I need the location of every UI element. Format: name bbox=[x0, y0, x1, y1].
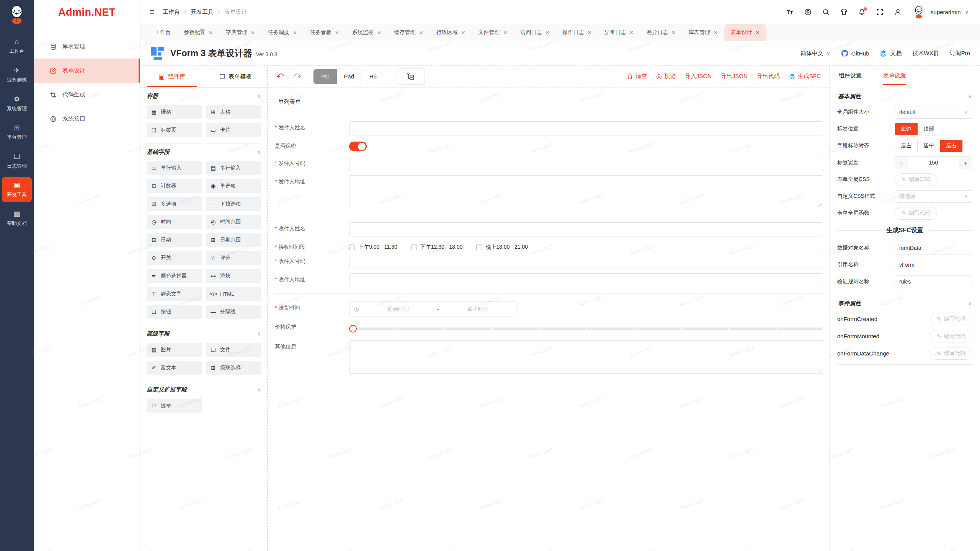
rail-item-帮助文档[interactable]: ▥ 帮助文档 bbox=[2, 206, 32, 231]
sidebar-item-form-design[interactable]: 表单设计 bbox=[34, 59, 140, 83]
close-icon[interactable]: ✕ bbox=[377, 30, 381, 36]
widget-多行输入[interactable]: ▤ 多行输入 bbox=[206, 161, 261, 175]
field-sender-phone[interactable]: 发件人号码 bbox=[275, 157, 823, 171]
checkbox-afternoon[interactable]: 下午12:30 - 18:00 bbox=[411, 244, 463, 251]
ref-name-input[interactable] bbox=[895, 259, 972, 271]
tab-component-library[interactable]: ▣ 组件库 bbox=[140, 66, 204, 87]
delivery-time-range-picker[interactable]: ◷ 起始时间 - 截止时间 bbox=[349, 302, 518, 316]
page-tab-任务调度[interactable]: 任务调度 ✕ bbox=[261, 24, 304, 41]
close-icon[interactable]: ✕ bbox=[419, 30, 423, 36]
search-icon[interactable] bbox=[822, 8, 830, 16]
widget-日期[interactable]: ⊟ 日期 bbox=[147, 233, 202, 247]
recv-name-input[interactable] bbox=[349, 222, 823, 236]
checkbox-evening[interactable]: 晚上18:00 - 21:00 bbox=[476, 244, 528, 251]
secret-switch[interactable] bbox=[349, 142, 367, 151]
subscribe-pro-link[interactable]: 订阅Pro bbox=[950, 50, 970, 57]
recv-phone-input[interactable] bbox=[349, 255, 823, 269]
widget-按钮[interactable]: ☐ 按钮 bbox=[147, 305, 202, 319]
field-recv-address[interactable]: 收件人地址 bbox=[275, 273, 823, 287]
widget-时间[interactable]: ◷ 时间 bbox=[147, 215, 202, 229]
page-tab-字典管理[interactable]: 字典管理 ✕ bbox=[219, 24, 261, 41]
page-tab-操作日志[interactable]: 操作日志 ✕ bbox=[556, 24, 598, 41]
user-icon[interactable] bbox=[894, 8, 902, 16]
widget-计数器[interactable]: ⊡ 计数器 bbox=[147, 179, 202, 193]
tab-form-settings[interactable]: 表单设置 bbox=[883, 66, 906, 85]
widget-标签页[interactable]: ❏ 标签页 bbox=[147, 123, 202, 137]
label-pos-top[interactable]: 顶部 bbox=[918, 123, 940, 135]
device-H5[interactable]: H5 bbox=[361, 69, 385, 84]
page-tab-缓存管理[interactable]: 缓存管理 ✕ bbox=[388, 24, 430, 41]
widget-时间范围[interactable]: ◴ 时间范围 bbox=[206, 215, 261, 229]
other-info-textarea[interactable] bbox=[349, 340, 823, 374]
event-props-section[interactable]: 事件属性 ∨ bbox=[838, 300, 972, 307]
undo-icon[interactable]: ↶ bbox=[276, 71, 284, 82]
field-recv-phone[interactable]: 收件人号码 bbox=[275, 255, 823, 269]
align-left[interactable]: 居左 bbox=[895, 140, 918, 152]
widget-单行输入[interactable]: ▭ 单行输入 bbox=[147, 161, 202, 175]
breadcrumb-item[interactable]: 工作台 bbox=[163, 8, 180, 16]
widget-颜色选择器[interactable]: ✒ 颜色选择器 bbox=[147, 269, 202, 283]
close-icon[interactable]: ✕ bbox=[293, 30, 297, 36]
write-code-button[interactable]: ✎编写代码 bbox=[930, 347, 972, 360]
widget-单选项[interactable]: ◉ 单选项 bbox=[206, 179, 261, 193]
custom-css-select[interactable]: 请选择 ∨ bbox=[895, 190, 972, 203]
export-json-button[interactable]: 导出JSON bbox=[721, 73, 748, 80]
widget-HTML[interactable]: </> HTML bbox=[206, 287, 261, 301]
tab-component-settings[interactable]: 组件设置 bbox=[839, 66, 862, 85]
widget-静态文字[interactable]: T 静态文字 bbox=[147, 287, 202, 301]
close-icon[interactable]: ✕ bbox=[714, 30, 718, 36]
avatar[interactable] bbox=[912, 5, 926, 19]
page-tab-工作台[interactable]: 工作台 bbox=[148, 24, 177, 41]
global-size-select[interactable]: default ∨ bbox=[895, 106, 972, 119]
write-css-button[interactable]: ✎ 编写CSS bbox=[895, 173, 938, 186]
widget-卡片[interactable]: ▭ 卡片 bbox=[206, 123, 261, 137]
github-link[interactable]: GitHub bbox=[841, 50, 869, 57]
field-sender-address[interactable]: 发件人地址 bbox=[275, 175, 823, 208]
rail-item-开发工具[interactable]: ▣ 开发工具 bbox=[2, 177, 32, 202]
field-delivery-time[interactable]: 送货时间 ◷ 起始时间 - 截止时间 bbox=[275, 302, 823, 316]
rail-item-工作台[interactable]: ⌂ 工作台 bbox=[2, 34, 32, 59]
notification-bell-icon[interactable] bbox=[858, 8, 866, 16]
widget-图片[interactable]: ▧ 图片 bbox=[147, 343, 202, 357]
font-size-icon[interactable]: Tт bbox=[786, 8, 794, 16]
widget-下拉选项[interactable]: ≡ 下拉选项 bbox=[206, 197, 261, 211]
widget-日期范围[interactable]: ⊞ 日期范围 bbox=[206, 233, 261, 247]
basic-props-section[interactable]: 基本属性 ∨ bbox=[838, 93, 972, 100]
resize-grip[interactable] bbox=[818, 203, 822, 207]
field-sender-name[interactable]: 发件人姓名 bbox=[275, 121, 823, 135]
rail-item-日志管理[interactable]: ❏ 日志管理 bbox=[2, 148, 32, 173]
resize-grip[interactable] bbox=[818, 368, 822, 372]
rail-item-系统管理[interactable]: ⚙ 系统管理 bbox=[2, 91, 32, 116]
write-code-button[interactable]: ✎编写代码 bbox=[930, 330, 972, 342]
close-icon[interactable]: ✕ bbox=[335, 30, 339, 36]
decrease-button[interactable]: − bbox=[895, 157, 908, 169]
field-price-protect[interactable]: 价格保护 bbox=[275, 321, 823, 336]
rail-item-平台管理[interactable]: ⊞ 平台管理 bbox=[2, 120, 32, 145]
close-icon[interactable]: ✕ bbox=[629, 30, 634, 36]
page-tab-库表管理[interactable]: 库表管理 ✕ bbox=[682, 24, 724, 41]
slider-handle[interactable] bbox=[349, 325, 357, 333]
widget-级联选择[interactable]: ⊞ 级联选择 bbox=[206, 361, 261, 375]
label-width-value[interactable]: 150 bbox=[908, 157, 959, 169]
page-tab-异常日志[interactable]: 异常日志 ✕ bbox=[598, 24, 640, 41]
label-pos-left[interactable]: 左边 bbox=[895, 123, 918, 135]
generate-sfc-button[interactable]: 生成SFC bbox=[789, 73, 821, 80]
username[interactable]: superadmin bbox=[931, 9, 960, 15]
tab-form-templates[interactable]: ❐ 表单模板 bbox=[204, 66, 268, 87]
close-icon[interactable]: ✕ bbox=[671, 30, 676, 36]
page-tab-文件管理[interactable]: 文件管理 ✕ bbox=[472, 24, 514, 41]
price-protect-slider[interactable] bbox=[349, 321, 823, 336]
page-tab-任务看板[interactable]: 任务看板 ✕ bbox=[304, 24, 346, 41]
field-recv-period[interactable]: 接收时间段 上午9:00 - 11:30 下午12:30 - 18:00 晚上1… bbox=[275, 241, 823, 251]
field-secret[interactable]: 是否保密 bbox=[275, 140, 823, 153]
widget-滑块[interactable]: ⊷ 滑块 bbox=[206, 269, 261, 283]
clear-button[interactable]: 清空 bbox=[627, 73, 647, 80]
widget-文件[interactable]: ❏ 文件 bbox=[206, 343, 261, 357]
increase-button[interactable]: + bbox=[959, 157, 972, 169]
device-Pad[interactable]: Pad bbox=[337, 69, 361, 84]
align-right[interactable]: 居右 bbox=[940, 140, 962, 152]
recv-address-input[interactable] bbox=[349, 273, 823, 287]
close-icon[interactable]: ✕ bbox=[545, 30, 549, 36]
sender-name-input[interactable] bbox=[349, 121, 823, 135]
widget-评分[interactable]: ☆ 评分 bbox=[206, 251, 261, 265]
